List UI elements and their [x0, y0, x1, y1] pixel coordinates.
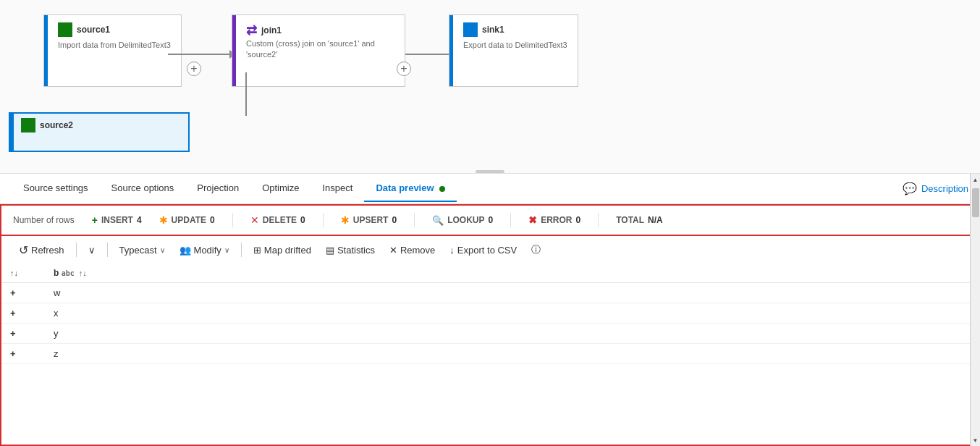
modify-icon: 👥	[179, 245, 191, 256]
remove-btn[interactable]: ✕ Remove	[384, 242, 441, 258]
row-0-b: w	[45, 283, 979, 303]
toolbar-sep-1	[76, 243, 77, 257]
tab-data-preview[interactable]: Data preview	[364, 175, 457, 202]
right-scrollbar[interactable]: ▲ ▼	[970, 174, 980, 446]
update-value: 0	[210, 215, 215, 225]
row-2-plus: +	[1, 324, 45, 344]
sink-db-icon	[463, 22, 478, 37]
svg-rect-3	[466, 27, 475, 29]
rows-label: Number of rows	[13, 215, 75, 225]
add-after-join1[interactable]: +	[397, 62, 411, 76]
sink-body: sink1 Export data to DelimitedText3	[453, 15, 578, 86]
stat-delete: ✕ DELETE 0	[250, 214, 305, 226]
row-1-plus: +	[1, 303, 45, 324]
error-value: 0	[576, 215, 581, 225]
header-row: ↑↓ b abc ↑↓	[1, 264, 979, 283]
tab-optimize[interactable]: Optimize	[250, 175, 311, 202]
source-db-icon	[58, 22, 72, 37]
join1-title: join1	[261, 25, 282, 35]
scrollbar-down-btn[interactable]: ▼	[971, 434, 981, 446]
stat-lookup: 🔍 LOOKUP 0	[432, 215, 493, 226]
tab-projection[interactable]: Projection	[185, 175, 250, 202]
join-body: ⇄ join1 Custom (cross) join on 'source1'…	[236, 15, 405, 86]
insert-value: 4	[137, 215, 142, 225]
upsert-label: UPSERT	[353, 215, 389, 225]
export-btn[interactable]: ↓ Export to CSV	[444, 242, 523, 258]
typecast-label: Typecast	[119, 245, 157, 256]
map-drifted-btn[interactable]: ⊞ Map drifted	[248, 242, 317, 258]
tab-inspect[interactable]: Inspect	[311, 175, 364, 202]
source2-title: source2	[40, 120, 73, 130]
total-value: N/A	[648, 215, 663, 225]
join-icon: ⇄	[246, 22, 257, 38]
toolbar-sep-2	[107, 243, 108, 257]
source1-title: source1	[77, 25, 110, 35]
stat-update: ✱ UPDATE 0	[159, 214, 215, 226]
update-label: UPDATE	[172, 215, 206, 225]
stat-divider-5	[598, 213, 599, 227]
refresh-label: Refresh	[31, 245, 64, 256]
lookup-label: LOOKUP	[447, 215, 484, 225]
delete-label: DELETE	[263, 215, 297, 225]
sort-icon: ↑↓	[10, 269, 18, 277]
info-icon: ⓘ	[531, 243, 541, 256]
data-table-wrapper: ↑↓ b abc ↑↓ + w + x	[0, 264, 980, 446]
refresh-btn[interactable]: ↺ Refresh	[13, 240, 70, 260]
col-b-type: abc	[62, 269, 79, 277]
scrollbar-up-btn[interactable]: ▲	[971, 174, 981, 185]
stat-insert: + INSERT 4	[92, 214, 142, 226]
info-btn[interactable]: ⓘ	[525, 240, 546, 259]
node-body: source1 Import data from DelimitedText3	[48, 15, 181, 86]
error-label: ERROR	[541, 215, 572, 225]
upsert-value: 0	[392, 215, 397, 225]
insert-icon: +	[92, 214, 98, 226]
stat-divider-4	[510, 213, 511, 227]
table-body: + w + x + y + z	[1, 283, 979, 364]
refresh-icon: ↺	[19, 243, 28, 257]
remove-label: Remove	[400, 245, 435, 256]
delete-value: 0	[300, 215, 305, 225]
stat-rows: Number of rows	[13, 215, 75, 225]
resize-handle[interactable]	[476, 170, 504, 173]
lookup-value: 0	[488, 215, 493, 225]
tab-source-settings[interactable]: Source settings	[12, 175, 100, 202]
modify-chevron-icon: ∨	[224, 246, 229, 254]
delete-icon: ✕	[250, 214, 259, 226]
modify-btn[interactable]: 👥 Modify ∨	[174, 242, 235, 258]
node-source2[interactable]: source2	[9, 112, 190, 152]
node-sink1[interactable]: sink1 Export data to DelimitedText3	[449, 14, 578, 87]
sink1-title: sink1	[482, 25, 504, 35]
chevron-btn[interactable]: ∨	[83, 242, 101, 258]
source1-desc: Import data from DelimitedText3	[58, 40, 171, 51]
toolbar-sep-3	[241, 243, 242, 257]
pipeline-canvas: source1 Import data from DelimitedText3 …	[0, 0, 980, 174]
stat-divider-2	[323, 213, 324, 227]
map-drifted-icon: ⊞	[253, 245, 261, 256]
table-row: + w	[1, 283, 979, 303]
statistics-btn[interactable]: ▤ Statistics	[320, 242, 381, 258]
row-1-b: x	[45, 303, 979, 324]
node-join1[interactable]: ⇄ join1 Custom (cross) join on 'source1'…	[232, 14, 405, 87]
sink1-desc: Export data to DelimitedText3	[463, 40, 567, 51]
scrollbar-thumb[interactable]	[972, 188, 979, 217]
tab-source-options[interactable]: Source options	[100, 175, 186, 202]
statistics-label: Statistics	[337, 245, 375, 256]
chat-icon: 💬	[903, 182, 917, 195]
col-b-sort-icon: ↑↓	[79, 269, 87, 277]
join-title-row: ⇄ join1	[246, 22, 394, 38]
stat-total: TOTAL N/A	[616, 215, 663, 225]
node-source1[interactable]: source1 Import data from DelimitedText3	[43, 14, 182, 87]
add-after-source1[interactable]: +	[187, 62, 201, 76]
tabs-bar: Source settings Source options Projectio…	[0, 174, 980, 204]
join-inner: ⇄ join1 Custom (cross) join on 'source1'…	[232, 14, 405, 87]
modify-label: Modify	[194, 245, 221, 256]
error-icon: ✖	[528, 214, 537, 226]
export-download-icon: ↓	[449, 245, 455, 256]
typecast-btn[interactable]: Typecast ∨	[114, 242, 171, 258]
row-0-plus: +	[1, 283, 45, 303]
description-btn[interactable]: 💬 Description	[903, 182, 968, 195]
join1-desc: Custom (cross) join on 'source1' and 'so…	[246, 38, 394, 61]
col-b-label: b	[54, 268, 59, 278]
table-row: + y	[1, 324, 979, 344]
stats-bar: Number of rows + INSERT 4 ✱ UPDATE 0 ✕ D…	[0, 204, 980, 236]
